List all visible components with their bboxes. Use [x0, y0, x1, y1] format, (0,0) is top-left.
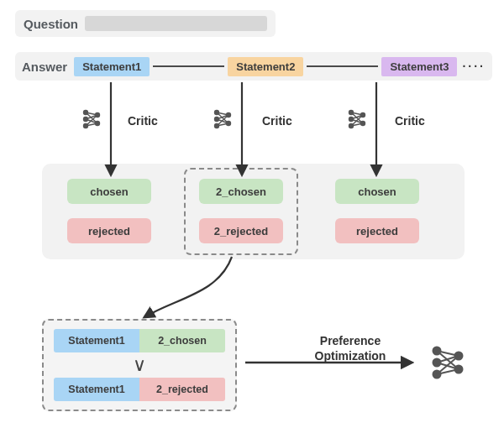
- pair-chosen: Statement1 2_chosen: [54, 329, 225, 352]
- col1-chosen: chosen: [67, 179, 151, 204]
- answer-label: Answer: [22, 60, 67, 74]
- preference-pair-box: Statement1 2_chosen ∨ Statement1 2_rejec…: [42, 319, 237, 411]
- network-icon-2: [214, 110, 231, 128]
- question-label: Question: [24, 17, 78, 31]
- statement-1: Statement1: [74, 57, 150, 76]
- question-box: Question: [15, 10, 276, 37]
- answer-row: Answer Statement1 Statement2 Statement3 …: [15, 52, 492, 81]
- col2-rejected: 2_rejected: [199, 218, 283, 243]
- prefer-symbol: ∨: [54, 356, 225, 374]
- col1-rejected: rejected: [67, 218, 151, 243]
- pair1-left: Statement1: [54, 329, 139, 352]
- po-line2: Optimization: [315, 349, 386, 363]
- statement-ellipsis: ····: [457, 60, 486, 73]
- statement-2: Statement2: [228, 57, 303, 76]
- critic-label-1: Critic: [128, 114, 158, 128]
- pair-rejected: Statement1 2_rejected: [54, 378, 225, 401]
- pair1-right: 2_chosen: [139, 329, 225, 352]
- model-network-icon: [433, 347, 464, 379]
- col3-rejected: rejected: [335, 218, 419, 243]
- col3-chosen: chosen: [335, 179, 419, 204]
- pair2-right: 2_rejected: [139, 378, 225, 401]
- network-icon-1: [83, 110, 100, 128]
- link-line-1: [153, 65, 224, 67]
- critic-label-2: Critic: [262, 114, 292, 128]
- network-icon-3: [349, 110, 365, 128]
- preference-optimization-label: Preference Optimization: [304, 334, 396, 363]
- question-placeholder: [85, 16, 267, 31]
- col2-chosen: 2_chosen: [199, 179, 283, 204]
- arrow-to-preference-box: [144, 257, 232, 317]
- critic-label-3: Critic: [395, 114, 425, 128]
- statement-3: Statement3: [381, 57, 457, 76]
- pair2-left: Statement1: [54, 378, 139, 401]
- link-line-2: [307, 65, 378, 67]
- po-line1: Preference: [320, 334, 381, 347]
